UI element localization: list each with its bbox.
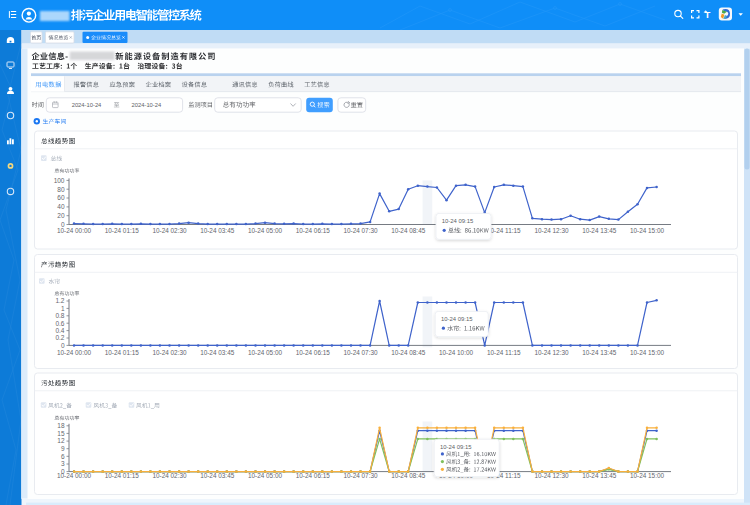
svg-text:10-24 12:30: 10-24 12:30 <box>534 227 569 234</box>
svg-text:0: 0 <box>61 342 65 349</box>
svg-text:10-24 10:00: 10-24 10:00 <box>439 349 474 356</box>
svg-text:0.4: 0.4 <box>55 327 64 334</box>
svg-text:10-24 09:15: 10-24 09:15 <box>440 444 472 450</box>
svg-text:10-24 09:15: 10-24 09:15 <box>442 218 474 224</box>
svg-text:10-24 06:15: 10-24 06:15 <box>296 349 331 356</box>
svg-text:10-24 02:30: 10-24 02:30 <box>152 227 187 234</box>
svg-text:15: 15 <box>57 430 65 437</box>
svg-text:10-24 07:30: 10-24 07:30 <box>343 349 378 356</box>
svg-text:10-24 08:45: 10-24 08:45 <box>391 227 426 234</box>
svg-text:10-24 11:15: 10-24 11:15 <box>487 227 521 234</box>
svg-text:10-24 15:00: 10-24 15:00 <box>630 227 665 234</box>
svg-text:40: 40 <box>57 203 65 210</box>
svg-text:100: 100 <box>54 177 65 184</box>
svg-text:10-24 11:15: 10-24 11:15 <box>487 349 521 356</box>
svg-text:10-24 12:30: 10-24 12:30 <box>534 349 569 356</box>
svg-text:10-24 07:30: 10-24 07:30 <box>343 227 378 234</box>
svg-text:10-24 08:45: 10-24 08:45 <box>391 349 426 356</box>
svg-text:0.8: 0.8 <box>55 312 64 319</box>
svg-text:10-24 00:00: 10-24 00:00 <box>57 227 92 234</box>
svg-text:10-24 03:45: 10-24 03:45 <box>200 227 235 234</box>
svg-text:60: 60 <box>57 194 65 201</box>
svg-text:10-24 06:15: 10-24 06:15 <box>296 227 331 234</box>
svg-text:0.2: 0.2 <box>55 334 64 341</box>
svg-text:18: 18 <box>57 422 65 429</box>
svg-text:10-24 03:45: 10-24 03:45 <box>200 349 235 356</box>
svg-text:10-24 01:15: 10-24 01:15 <box>105 227 140 234</box>
svg-text:2024-10-24: 2024-10-24 <box>132 102 162 108</box>
svg-text:12: 12 <box>57 437 65 444</box>
svg-text:0.6: 0.6 <box>55 320 64 327</box>
svg-text:10-24 15:00: 10-24 15:00 <box>630 349 665 356</box>
svg-text:9: 9 <box>61 445 65 452</box>
svg-text:80: 80 <box>57 186 65 193</box>
svg-text:10-24 15:00: 10-24 15:00 <box>630 472 665 479</box>
svg-text:10-24 02:30: 10-24 02:30 <box>152 349 187 356</box>
svg-text:2024-10-24: 2024-10-24 <box>72 102 102 108</box>
svg-text:10-24 01:15: 10-24 01:15 <box>105 349 140 356</box>
svg-text:10-24 09:15: 10-24 09:15 <box>441 316 473 322</box>
svg-text:20: 20 <box>57 212 65 219</box>
svg-text:10-24 13:45: 10-24 13:45 <box>582 349 617 356</box>
svg-text:3: 3 <box>61 460 65 467</box>
svg-text:1.2: 1.2 <box>55 297 64 304</box>
svg-text:10-24 05:00: 10-24 05:00 <box>248 227 283 234</box>
svg-text:10-24 05:00: 10-24 05:00 <box>248 349 283 356</box>
svg-text:10-24 00:00: 10-24 00:00 <box>57 349 92 356</box>
svg-text:T: T <box>705 9 711 20</box>
svg-text:1: 1 <box>61 305 65 312</box>
svg-text:6: 6 <box>61 453 65 460</box>
svg-text:10-24 13:45: 10-24 13:45 <box>582 227 617 234</box>
